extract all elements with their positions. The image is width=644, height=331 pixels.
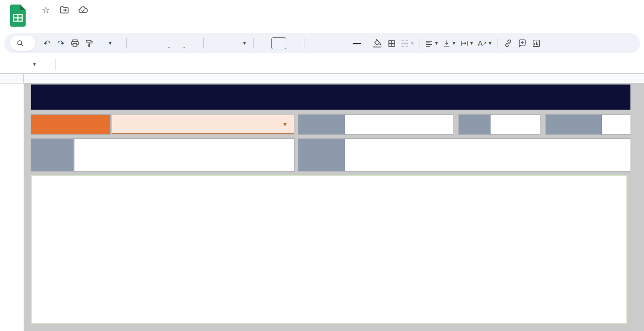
undo-button[interactable]: ↶ — [40, 36, 53, 50]
font-size-input[interactable] — [271, 37, 286, 49]
increase-decimal-button[interactable]: → — [173, 36, 186, 50]
dropdown-caret-icon: ▼ — [282, 121, 288, 127]
kpi-group-value[interactable] — [345, 115, 453, 134]
insert-comment-button[interactable] — [516, 36, 529, 50]
select-all-corner[interactable] — [0, 74, 24, 83]
format-currency-button[interactable] — [130, 36, 143, 50]
vertical-align-icon — [443, 40, 451, 47]
chevron-down-icon: ▼ — [243, 41, 247, 46]
chevron-down-icon: ▼ — [410, 41, 415, 46]
text-color-button[interactable] — [350, 36, 363, 50]
chevron-down-icon: ▼ — [32, 62, 37, 67]
chevron-down-icon: ▼ — [108, 41, 113, 46]
row-headers — [0, 84, 24, 331]
arrow-left-icon: ← — [167, 45, 171, 49]
text-wrap-icon — [460, 40, 468, 47]
print-button[interactable] — [68, 36, 82, 50]
star-icon[interactable]: ☆ — [41, 5, 51, 15]
toolbar-band: ↶ ↷ ▼ ← → ▼ — [0, 31, 644, 55]
fill-color-bar — [373, 46, 381, 48]
link-icon — [504, 39, 513, 48]
type-value[interactable] — [602, 115, 630, 134]
sheet-right-gutter — [630, 84, 644, 331]
merge-cells-icon — [400, 39, 409, 48]
vertical-align-button[interactable]: ▼ — [441, 36, 458, 50]
kpi-trend-banner — [31, 85, 630, 110]
google-sheets-logo-icon[interactable] — [10, 5, 27, 27]
chevron-down-icon: ▼ — [452, 41, 456, 46]
more-formats-button[interactable] — [187, 36, 200, 50]
titlebar: ☆ — [0, 0, 644, 31]
fill-color-button[interactable] — [371, 36, 384, 50]
format-percent-button[interactable] — [144, 36, 157, 50]
cell-name-box[interactable]: ▼ — [0, 62, 50, 67]
definition-value[interactable] — [345, 139, 630, 171]
chevron-down-icon: ▼ — [488, 41, 493, 46]
paint-bucket-icon — [373, 39, 382, 46]
column-headers — [0, 73, 644, 84]
increase-font-size-button[interactable] — [287, 36, 300, 50]
type-label — [546, 115, 602, 134]
formula-value[interactable] — [74, 139, 294, 171]
kpi-group-label — [298, 115, 345, 134]
zoom-select[interactable]: ▼ — [97, 36, 123, 50]
rotate-arrow-icon: ↗ — [483, 41, 487, 46]
decrease-decimal-button[interactable]: ← — [158, 36, 172, 50]
sheet-canvas: ▼ — [24, 84, 630, 331]
menus-search-button[interactable] — [10, 36, 35, 51]
unit-label — [459, 115, 491, 134]
borders-icon — [387, 39, 396, 48]
select-kpi-label — [31, 115, 110, 134]
google-sheets-app: ☆ ↶ ↷ — [0, 0, 644, 331]
chevron-down-icon: ▼ — [434, 41, 439, 46]
text-color-bar — [353, 43, 361, 44]
insert-link-button[interactable] — [502, 36, 515, 50]
chart-icon — [532, 39, 541, 48]
horizontal-align-button[interactable]: ▼ — [424, 36, 440, 50]
move-to-folder-icon[interactable] — [59, 5, 69, 15]
search-icon — [16, 39, 24, 47]
align-left-icon — [425, 40, 433, 47]
cloud-saved-icon[interactable] — [78, 5, 88, 15]
paint-roller-icon — [85, 39, 94, 48]
print-icon — [70, 39, 79, 48]
insert-chart-button[interactable] — [530, 36, 543, 50]
arrow-right-icon: → — [182, 45, 186, 49]
chevron-down-icon: ▼ — [469, 41, 474, 46]
formula-label — [31, 139, 73, 171]
toolbar: ↶ ↷ ▼ ← → ▼ — [4, 33, 640, 53]
text-rotation-button[interactable]: A ↗ ▼ — [476, 36, 494, 50]
merge-cells-button[interactable]: ▼ — [399, 36, 416, 50]
kpi-trend-chart[interactable] — [31, 175, 627, 324]
italic-button[interactable] — [322, 36, 335, 50]
chart-plot-area — [32, 193, 626, 310]
font-select[interactable]: ▼ — [207, 36, 250, 50]
bold-button[interactable] — [308, 36, 321, 50]
redo-button[interactable]: ↷ — [54, 36, 67, 50]
borders-button[interactable] — [385, 36, 398, 50]
text-wrap-button[interactable]: ▼ — [459, 36, 475, 50]
paint-format-button[interactable] — [83, 36, 96, 50]
definition-label — [298, 139, 345, 171]
unit-value[interactable] — [491, 115, 540, 134]
formula-bar: ▼ — [0, 55, 644, 73]
comment-plus-icon — [518, 39, 527, 48]
decrease-font-size-button[interactable] — [257, 36, 270, 50]
kpi-select-dropdown[interactable]: ▼ — [112, 115, 294, 134]
strikethrough-button[interactable] — [336, 36, 349, 50]
